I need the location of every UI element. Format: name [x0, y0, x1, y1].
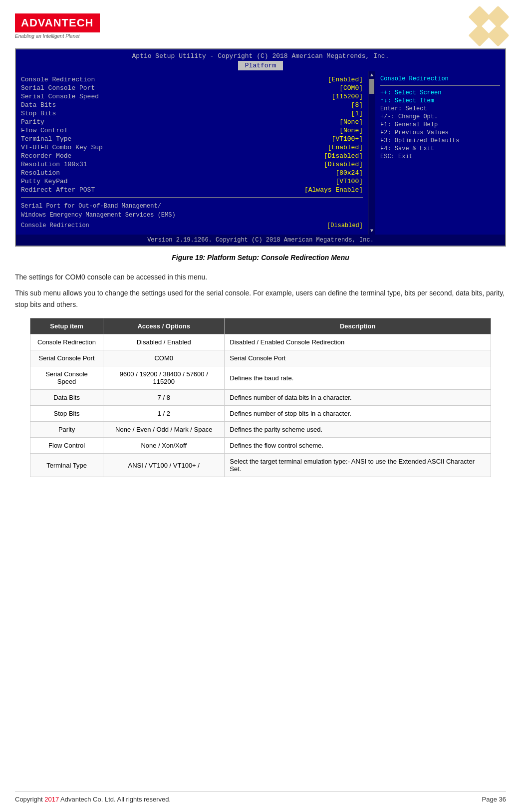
- bios-right-separator: [380, 85, 500, 86]
- bios-row-console-disabled: Console Redirection [Disabled]: [21, 221, 363, 231]
- bios-row-parity: Parity [None]: [21, 118, 363, 126]
- bios-footer: Version 2.19.1266. Copyright (C) 2018 Am…: [16, 235, 505, 246]
- cell-description: Defines the baud rate.: [225, 366, 491, 390]
- bios-val: [1]: [351, 110, 363, 117]
- bios-title-text: Aptio Setup Utility - Copyright (C) 2018…: [16, 52, 505, 60]
- footer-copyright: Copyright 2017 Advantech Co. Ltd. All ri…: [15, 796, 171, 803]
- bios-help-enter: Enter: Select: [380, 105, 500, 113]
- cell-description: Defines the flow control scheme.: [225, 438, 491, 454]
- bios-right-panel: Console Redirection ++: Select Screen ↑↓…: [375, 71, 505, 235]
- cell-options: ANSI / VT100 / VT100+ /: [103, 454, 225, 477]
- page-header: ADVANTECH Enabling an Intelligent Planet: [0, 0, 521, 48]
- cell-item: Terminal Type: [30, 454, 103, 477]
- bios-val: [Enabled]: [328, 76, 363, 83]
- cell-description: Defines the parity scheme used.: [225, 422, 491, 438]
- cell-options: COM0: [103, 350, 225, 366]
- bios-tab: Platform: [238, 61, 283, 70]
- table-row: Data Bits 7 / 8 Defines number of data b…: [30, 390, 491, 406]
- bios-key: Putty KeyPad: [21, 178, 68, 185]
- bios-row-flow-control: Flow Control [None]: [21, 126, 363, 135]
- corner-decoration: [472, 9, 506, 43]
- bios-help-esc: ESC: Exit: [380, 153, 500, 161]
- logo-area: ADVANTECH Enabling an Intelligent Planet: [15, 13, 100, 39]
- footer-page: Page 36: [482, 796, 506, 803]
- bios-row-resolution: Resolution [80x24]: [21, 169, 363, 177]
- bios-row-redirect-post: Redirect After POST [Always Enable]: [21, 186, 363, 194]
- bios-row-serial-speed: Serial Console Speed [115200]: [21, 92, 363, 101]
- cell-item: Stop Bits: [30, 406, 103, 422]
- cell-description: Defines number of data bits in a charact…: [225, 390, 491, 406]
- table-row: Terminal Type ANSI / VT100 / VT100+ / Se…: [30, 454, 491, 477]
- scroll-down-icon: ▼: [370, 228, 373, 234]
- cell-options: None / Xon/Xoff: [103, 438, 225, 454]
- cell-options: 9600 / 19200 / 38400 / 57600 / 115200: [103, 366, 225, 390]
- bios-body: Console Redirection [Enabled] Serial Con…: [16, 71, 505, 235]
- cell-options: 7 / 8: [103, 390, 225, 406]
- bios-key: Resolution: [21, 169, 60, 177]
- bios-row-terminal-type: Terminal Type [VT100+]: [21, 135, 363, 143]
- table-body: Console Redirection Disabled / Enabled D…: [30, 334, 491, 477]
- figure-caption: Figure 19: Platform Setup: Console Redir…: [15, 254, 506, 262]
- bios-val: [VT100+]: [332, 135, 363, 143]
- bios-val: [8]: [351, 101, 363, 109]
- bios-row-stop-bits: Stop Bits [1]: [21, 109, 363, 118]
- bios-row-console-redirect: Console Redirection [Enabled]: [21, 75, 363, 84]
- body-text-1: The settings for COM0 console can be acc…: [15, 271, 506, 282]
- bios-key: Console Redirection: [21, 76, 95, 83]
- bios-screen: Aptio Setup Utility - Copyright (C) 2018…: [16, 49, 505, 246]
- cell-item: Serial Console Port: [30, 350, 103, 366]
- bios-val: [Always Enable]: [304, 186, 363, 194]
- col-header-item: Setup item: [30, 318, 103, 334]
- bios-help-select-screen: ++: Select Screen: [380, 89, 500, 97]
- bios-val: [None]: [339, 127, 363, 134]
- table-row: Flow Control None / Xon/Xoff Defines the…: [30, 438, 491, 454]
- bios-key: Terminal Type: [21, 135, 71, 143]
- bios-val: [VT100]: [335, 178, 363, 185]
- table-row: Stop Bits 1 / 2 Defines number of stop b…: [30, 406, 491, 422]
- bios-row-recorder: Recorder Mode [Disabled]: [21, 152, 363, 160]
- scroll-thumb: [369, 79, 374, 94]
- bios-help-f1: F1: General Help: [380, 121, 500, 129]
- bios-note-line2: Windows Emergency Management Services (E…: [21, 211, 363, 220]
- cell-item: Flow Control: [30, 438, 103, 454]
- bios-val: [Disabled]: [324, 161, 363, 168]
- bios-val: [None]: [339, 118, 363, 126]
- bios-key: Recorder Mode: [21, 152, 71, 160]
- cell-description: Defines number of stop bits in a charact…: [225, 406, 491, 422]
- scroll-up-icon: ▲: [370, 72, 373, 78]
- bios-key: VT-UTF8 Combo Key Sup: [21, 144, 103, 151]
- bios-help-f4: F4: Save & Exit: [380, 145, 500, 153]
- bios-val: [Disabled]: [327, 221, 363, 230]
- bios-val: [115200]: [332, 93, 363, 100]
- footer-copyright-prefix: Copyright: [15, 796, 44, 803]
- footer-copyright-suffix: Advantech Co. Ltd. All rights reserved.: [59, 796, 171, 803]
- bios-key: Redirect After POST: [21, 186, 95, 194]
- col-header-options: Access / Options: [103, 318, 225, 334]
- bios-help-f2: F2: Previous Values: [380, 129, 500, 137]
- cell-description: Disabled / Enabled Console Redirection: [225, 334, 491, 350]
- bios-left-panel: Console Redirection [Enabled] Serial Con…: [16, 71, 368, 235]
- logo-vantech: VANTECH: [38, 16, 94, 29]
- cell-options: Disabled / Enabled: [103, 334, 225, 350]
- footer-year: 2017: [44, 796, 59, 803]
- table-head: Setup item Access / Options Description: [30, 318, 491, 334]
- cell-description: Serial Console Port: [225, 350, 491, 366]
- bios-help-change: +/-: Change Opt.: [380, 113, 500, 121]
- table-row: Parity None / Even / Odd / Mark / Space …: [30, 422, 491, 438]
- body-text-2: This sub menu allows you to change the s…: [15, 287, 506, 310]
- bios-key: Stop Bits: [21, 110, 56, 117]
- bios-help-f3: F3: Optimized Defaults: [380, 137, 500, 145]
- bios-row-data-bits: Data Bits [8]: [21, 101, 363, 109]
- bios-scrollbar: ▲ ▼: [368, 71, 375, 235]
- cell-item: Console Redirection: [30, 334, 103, 350]
- setup-table: Setup item Access / Options Description …: [30, 318, 491, 477]
- cell-options: None / Even / Odd / Mark / Space: [103, 422, 225, 438]
- cell-item: Data Bits: [30, 390, 103, 406]
- bios-screenshot: Aptio Setup Utility - Copyright (C) 2018…: [15, 48, 506, 247]
- logo-subtitle: Enabling an Intelligent Planet: [15, 33, 100, 39]
- bios-key: Serial Console Port: [21, 84, 95, 92]
- table-row: Console Redirection Disabled / Enabled D…: [30, 334, 491, 350]
- bios-separator: [21, 197, 363, 198]
- bios-right-title: Console Redirection: [380, 75, 500, 82]
- cell-options: 1 / 2: [103, 406, 225, 422]
